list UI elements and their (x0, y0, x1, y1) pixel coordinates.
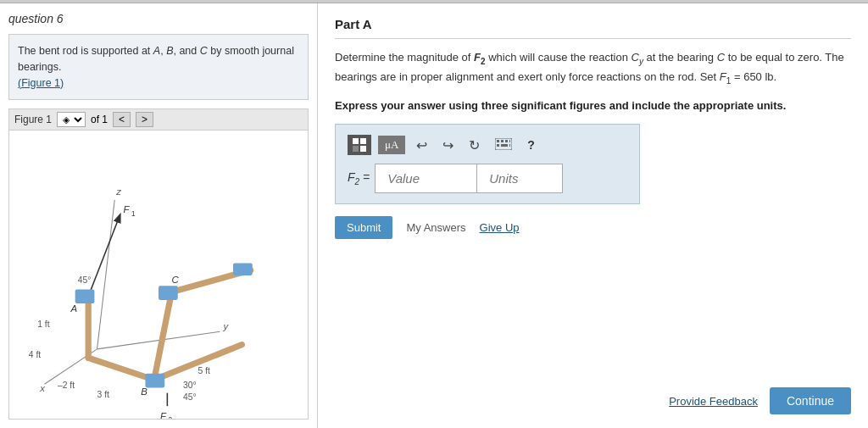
svg-rect-41 (497, 144, 499, 147)
figure-area: x y z F 1 F 2 (8, 130, 309, 420)
mu-button[interactable]: μA (378, 136, 405, 154)
svg-rect-38 (501, 140, 504, 142)
svg-text:A: A (70, 304, 77, 314)
figure-controls: Figure 1 ◈ of 1 < > (8, 108, 309, 130)
keyboard-button[interactable] (491, 136, 516, 154)
svg-rect-34 (353, 146, 359, 152)
svg-rect-32 (353, 138, 359, 144)
provide-feedback-link[interactable]: Provide Feedback (669, 395, 758, 408)
svg-text:–2 ft: –2 ft (58, 381, 75, 391)
svg-line-9 (154, 292, 172, 381)
prev-button[interactable]: < (113, 112, 131, 127)
svg-text:y: y (223, 321, 230, 331)
problem-text: Determine the magnitude of F2 which will… (335, 49, 851, 87)
help-button[interactable]: ? (523, 136, 539, 153)
bottom-row: Provide Feedback Continue (335, 387, 851, 414)
svg-text:4 ft: 4 ft (29, 350, 42, 359)
my-answers-label: My Answers (406, 221, 465, 234)
f2-label: F2 = (348, 170, 370, 186)
figure-select[interactable]: ◈ (57, 112, 86, 127)
problem-description: The bent rod is supported at A, B, and C… (8, 34, 309, 100)
svg-text:30°: 30° (183, 381, 197, 391)
svg-text:z: z (115, 186, 121, 197)
bold-instruction: Express your answer using three signific… (335, 99, 851, 112)
svg-rect-37 (497, 140, 499, 142)
svg-text:B: B (141, 386, 147, 397)
svg-text:1: 1 (131, 210, 136, 218)
answer-box: μA ↩ ↪ ↻ ? (335, 124, 640, 204)
redo-button[interactable]: ↪ (438, 136, 458, 155)
part-title: Part A (335, 17, 851, 39)
svg-text:1 ft: 1 ft (37, 320, 50, 329)
refresh-button[interactable]: ↻ (465, 136, 484, 155)
next-button[interactable]: > (136, 112, 153, 127)
give-up-link[interactable]: Give Up (480, 221, 520, 234)
svg-text:C: C (172, 275, 180, 285)
svg-text:5 ft: 5 ft (198, 366, 211, 375)
svg-text:F: F (124, 205, 131, 215)
submit-button[interactable]: Submit (335, 216, 392, 239)
left-panel: question 6 The bent rod is supported at … (0, 3, 318, 428)
svg-line-11 (88, 218, 119, 297)
svg-line-7 (88, 358, 154, 380)
svg-text:2: 2 (168, 416, 172, 419)
svg-rect-18 (145, 374, 164, 388)
svg-rect-20 (233, 264, 253, 275)
svg-rect-19 (159, 286, 178, 301)
right-panel: Part A Determine the magnitude of F2 whi… (318, 3, 868, 428)
continue-button[interactable]: Continue (770, 387, 851, 414)
svg-text:F: F (160, 411, 167, 419)
toolbar-row: μA ↩ ↪ ↻ ? (348, 135, 627, 155)
figure-link[interactable]: (Figure 1) (18, 77, 64, 89)
svg-rect-35 (360, 146, 366, 152)
submit-row: Submit My Answers Give Up (335, 216, 851, 239)
units-input[interactable] (477, 164, 562, 192)
layout-icon-btn[interactable] (348, 135, 371, 155)
svg-text:45°: 45° (78, 275, 92, 285)
description-text: The bent rod is supported at A, B, and C… (18, 45, 294, 73)
figure-of: of 1 (91, 114, 108, 125)
svg-text:45°: 45° (183, 392, 197, 402)
undo-button[interactable]: ↩ (412, 136, 431, 155)
svg-rect-42 (501, 144, 508, 147)
svg-text:3 ft: 3 ft (97, 390, 110, 399)
svg-line-2 (97, 200, 115, 349)
toolbar-icon-group (348, 135, 371, 155)
svg-rect-33 (360, 138, 366, 144)
input-row: F2 = (348, 164, 627, 193)
svg-rect-39 (505, 140, 508, 142)
input-combined (375, 164, 563, 193)
question-title: question 6 (8, 12, 309, 25)
value-input[interactable] (376, 164, 477, 192)
svg-rect-17 (75, 290, 95, 304)
svg-rect-40 (509, 140, 510, 142)
svg-rect-43 (509, 144, 510, 147)
figure-label: Figure 1 (14, 114, 52, 125)
